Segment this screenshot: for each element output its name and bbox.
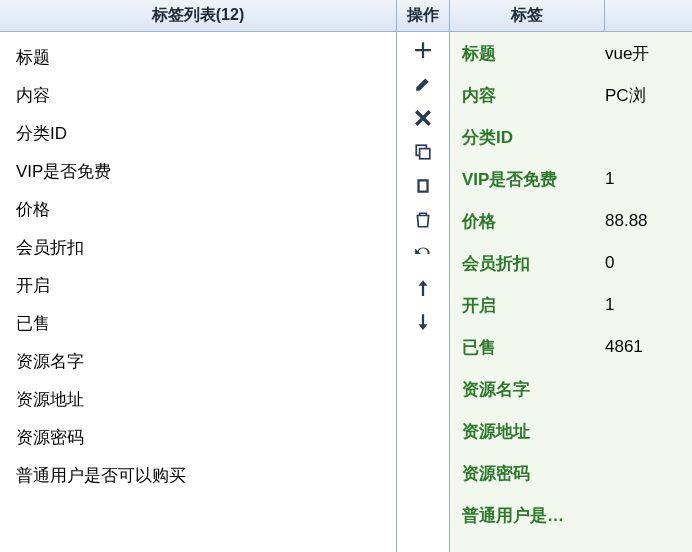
list-item[interactable]: 已售: [16, 304, 396, 342]
operations-panel: 操作: [397, 0, 450, 552]
detail-label: 分类ID: [450, 126, 605, 149]
detail-label: 价格: [450, 210, 605, 233]
detail-label: 资源地址: [450, 420, 605, 443]
detail-value: PC浏: [605, 84, 692, 107]
table-row[interactable]: 标题vue开: [450, 32, 692, 74]
tag-list-panel: 标签列表(12) 标题 内容 分类ID VIP是否免费 价格 会员折扣 开启 已…: [0, 0, 397, 552]
list-item-label: 开启: [16, 274, 50, 297]
detail-label: VIP是否免费: [450, 168, 605, 191]
list-item-label: 内容: [16, 84, 50, 107]
table-row[interactable]: 开启1: [450, 284, 692, 326]
list-item[interactable]: 内容: [16, 76, 396, 114]
table-row[interactable]: 会员折扣0: [450, 242, 692, 284]
table-row[interactable]: 价格88.88: [450, 200, 692, 242]
list-item[interactable]: 开启: [16, 266, 396, 304]
detail-label: 已售: [450, 336, 605, 359]
list-item-label: VIP是否免费: [16, 160, 111, 183]
svg-rect-3: [420, 182, 427, 191]
table-row[interactable]: 普通用户是…: [450, 494, 692, 536]
list-item[interactable]: 标题: [16, 38, 396, 76]
list-item[interactable]: 资源地址: [16, 380, 396, 418]
detail-value: 0: [605, 253, 692, 273]
tag-list-header: 标签列表(12): [0, 0, 396, 32]
svg-rect-1: [420, 149, 430, 159]
detail-label: 普通用户是…: [450, 504, 605, 527]
table-row[interactable]: 资源名字: [450, 368, 692, 410]
table-row[interactable]: 资源密码: [450, 452, 692, 494]
tag-list-title: 标签列表(12): [152, 5, 244, 26]
list-item-label: 普通用户是否可以购买: [16, 464, 186, 487]
detail-header-value: [605, 0, 692, 31]
undo-icon[interactable]: [413, 244, 433, 264]
list-item[interactable]: 资源密码: [16, 418, 396, 456]
detail-value: 1: [605, 169, 692, 189]
table-row[interactable]: 分类ID: [450, 116, 692, 158]
list-item[interactable]: 价格: [16, 190, 396, 228]
table-row[interactable]: 资源地址: [450, 410, 692, 452]
detail-header: 标签: [450, 0, 692, 32]
delete-icon[interactable]: [413, 108, 433, 128]
detail-label: 会员折扣: [450, 252, 605, 275]
table-row[interactable]: VIP是否免费1: [450, 158, 692, 200]
detail-label: 资源名字: [450, 378, 605, 401]
detail-label: 开启: [450, 294, 605, 317]
add-icon[interactable]: [413, 40, 433, 60]
trash-icon[interactable]: [413, 210, 433, 230]
arrow-down-icon[interactable]: [413, 312, 433, 332]
list-item[interactable]: 会员折扣: [16, 228, 396, 266]
app-root: 标签列表(12) 标题 内容 分类ID VIP是否免费 价格 会员折扣 开启 已…: [0, 0, 692, 552]
operations-title: 操作: [407, 5, 439, 26]
detail-label: 标题: [450, 42, 605, 65]
detail-header-label: 标签: [450, 0, 605, 31]
operations-toolbar: [397, 32, 449, 552]
edit-icon[interactable]: [413, 74, 433, 94]
list-item[interactable]: 普通用户是否可以购买: [16, 456, 396, 494]
list-item-label: 价格: [16, 198, 50, 221]
table-row[interactable]: 已售4861: [450, 326, 692, 368]
list-item-label: 标题: [16, 46, 50, 69]
list-item-label: 资源密码: [16, 426, 84, 449]
list-item-label: 资源地址: [16, 388, 84, 411]
list-item-label: 分类ID: [16, 122, 67, 145]
detail-value: 1: [605, 295, 692, 315]
copy-icon[interactable]: [413, 142, 433, 162]
operations-header: 操作: [397, 0, 449, 32]
list-item[interactable]: VIP是否免费: [16, 152, 396, 190]
detail-value: 4861: [605, 337, 692, 357]
list-item[interactable]: 资源名字: [16, 342, 396, 380]
list-item-label: 已售: [16, 312, 50, 335]
detail-value: vue开: [605, 42, 692, 65]
table-row[interactable]: 内容PC浏: [450, 74, 692, 116]
tag-list: 标题 内容 分类ID VIP是否免费 价格 会员折扣 开启 已售 资源名字 资源…: [0, 32, 396, 552]
arrow-up-icon[interactable]: [413, 278, 433, 298]
detail-panel: 标签 标题vue开 内容PC浏 分类ID VIP是否免费1 价格88.88 会员…: [450, 0, 692, 552]
paste-icon[interactable]: [413, 176, 433, 196]
detail-body: 标题vue开 内容PC浏 分类ID VIP是否免费1 价格88.88 会员折扣0…: [450, 32, 692, 552]
list-item-label: 资源名字: [16, 350, 84, 373]
detail-header-label-text: 标签: [511, 5, 543, 26]
list-item[interactable]: 分类ID: [16, 114, 396, 152]
detail-label: 内容: [450, 84, 605, 107]
detail-value: 88.88: [605, 211, 692, 231]
detail-label: 资源密码: [450, 462, 605, 485]
list-item-label: 会员折扣: [16, 236, 84, 259]
